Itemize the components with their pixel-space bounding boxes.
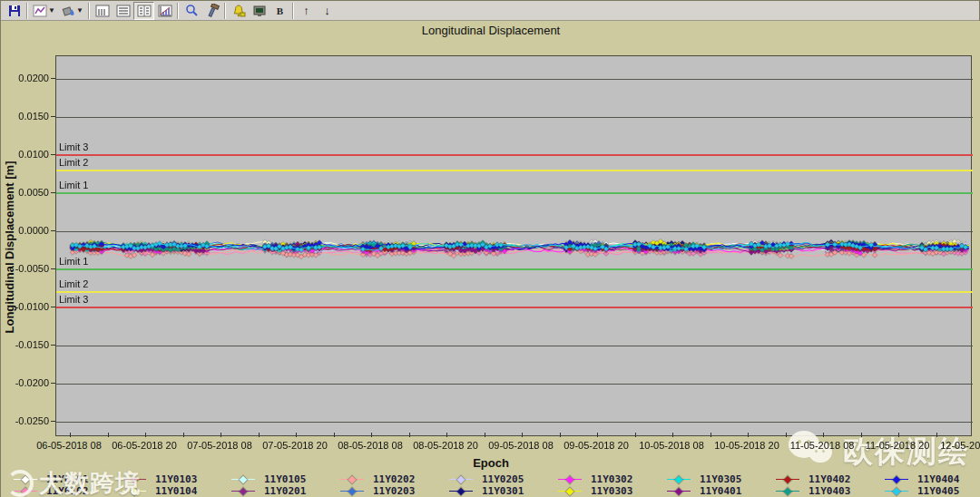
alarm-button[interactable]	[228, 2, 249, 20]
y-tick-label: -0.0150	[1, 339, 49, 350]
y-tick-label: -0.0200	[1, 377, 49, 388]
legend-item: 11Y0401	[654, 485, 763, 497]
legend-marker-icon	[14, 487, 37, 495]
gridline	[56, 231, 973, 232]
y-axis-tick	[51, 154, 55, 155]
legend-marker-icon	[776, 487, 799, 495]
limit-line	[56, 291, 973, 293]
y-tick-label: -0.0100	[1, 301, 49, 312]
panel-rows-button[interactable]	[113, 2, 133, 20]
move-down-button[interactable]: ↓	[317, 2, 338, 20]
legend-marker-icon	[558, 475, 582, 483]
panel-rows-icon	[116, 4, 131, 18]
legend-item: 11Y0205	[436, 473, 545, 485]
plot-canvas[interactable]	[56, 56, 973, 437]
legend-marker-icon	[14, 475, 37, 483]
legend-label: 11Y0403	[808, 485, 850, 497]
legend-label: 11Y0201	[264, 485, 306, 497]
y-axis-tick	[51, 345, 55, 346]
legend-item: 11Y0104	[110, 485, 219, 497]
zoom-button[interactable]	[181, 2, 201, 20]
panel-columns-button[interactable]	[92, 2, 113, 20]
x-axis-tick	[710, 433, 711, 437]
legend-marker-icon	[122, 487, 146, 495]
histogram-view-icon	[158, 4, 172, 18]
gridline	[56, 117, 973, 118]
legend-item: 11Y0305	[654, 473, 763, 485]
chart-type-icon	[33, 4, 47, 18]
legend-item: 11Y0103	[110, 473, 219, 485]
histogram-view-button[interactable]	[154, 2, 175, 20]
limit-label: Limit 2	[59, 157, 88, 168]
x-axis-tick	[823, 433, 824, 437]
monitor-icon	[252, 4, 267, 18]
chart-type-button[interactable]: ▼	[30, 2, 58, 20]
x-axis-tick	[183, 433, 184, 437]
x-axis-tick	[296, 433, 297, 437]
legend-label: 11Y0303	[591, 485, 632, 497]
x-axis-tick	[108, 433, 109, 437]
x-axis-tick	[672, 433, 673, 437]
x-axis-tick	[446, 433, 447, 437]
panel-columns-icon	[95, 4, 110, 18]
toolbar-separator	[177, 3, 179, 19]
plot-area[interactable]: Limit 3Limit 2Limit 1Limit 1Limit 2Limit…	[55, 55, 972, 436]
legend-marker-icon	[885, 475, 908, 483]
legend-label: 11Y0404	[917, 473, 959, 485]
fill-color-button[interactable]: ▼	[58, 2, 86, 20]
legend-label: 11Y0101	[46, 473, 88, 485]
legend-marker-icon	[449, 487, 473, 495]
hammer-icon	[205, 4, 220, 18]
gridline	[56, 346, 973, 346]
y-axis-tick	[51, 307, 55, 307]
save-button[interactable]	[4, 2, 24, 20]
save-icon	[7, 4, 22, 18]
arrow-up-icon: ↑	[303, 4, 309, 17]
x-axis-tick	[786, 433, 787, 437]
limit-line	[56, 307, 973, 308]
x-axis-tick	[635, 433, 636, 437]
x-axis-tick	[409, 433, 410, 437]
toolbar-separator	[292, 3, 294, 19]
x-axis-tick	[522, 433, 523, 437]
y-axis-tick	[51, 78, 55, 79]
zoom-icon	[184, 4, 199, 18]
limit-line	[56, 154, 973, 156]
arrow-down-icon: ↓	[324, 4, 330, 17]
legend-item: 11Y0302	[545, 473, 654, 485]
legend-label: 11Y0302	[591, 473, 632, 485]
x-axis-tick	[371, 433, 372, 437]
move-up-button[interactable]: ↑	[296, 2, 317, 20]
legend-label: 11Y0103	[155, 473, 197, 485]
y-tick-label: 0.0150	[1, 111, 49, 122]
limit-line	[56, 192, 973, 194]
y-tick-label: 0.0100	[1, 149, 49, 160]
tools-button[interactable]	[201, 2, 222, 20]
legend: 11Y010111Y010211Y010311Y010411Y010511Y02…	[1, 473, 980, 497]
y-tick-label: 0.0000	[1, 225, 49, 236]
x-axis-tick	[597, 433, 598, 437]
alarm-bell-icon	[231, 4, 246, 18]
legend-label: 11Y0104	[155, 485, 197, 497]
legend-item: 11Y0101	[1, 473, 110, 485]
application-window: ▼ ▼	[0, 0, 980, 497]
bold-button[interactable]: B	[270, 2, 290, 20]
legend-label: 11Y0203	[373, 485, 415, 497]
x-tick-label: 12-05-2018 08	[923, 440, 980, 451]
toolbar-separator	[224, 3, 226, 19]
y-axis-tick	[51, 383, 55, 384]
legend-label: 11Y0205	[482, 473, 524, 485]
limit-label: Limit 1	[59, 180, 88, 190]
legend-item: 11Y0303	[545, 485, 654, 497]
report-view-button[interactable]	[133, 2, 154, 20]
x-axis-tick	[560, 433, 561, 437]
legend-label: 11Y0401	[700, 485, 741, 497]
legend-item: 11Y0301	[436, 485, 545, 497]
legend-item: 11Y0201	[219, 485, 328, 497]
monitor-button[interactable]	[249, 2, 270, 20]
gridline	[56, 422, 973, 423]
chevron-down-icon: ▼	[76, 6, 83, 15]
legend-label: 11Y0202	[373, 473, 415, 485]
legend-item: 11Y0403	[763, 485, 872, 497]
legend-label: 11Y0102	[46, 485, 88, 497]
